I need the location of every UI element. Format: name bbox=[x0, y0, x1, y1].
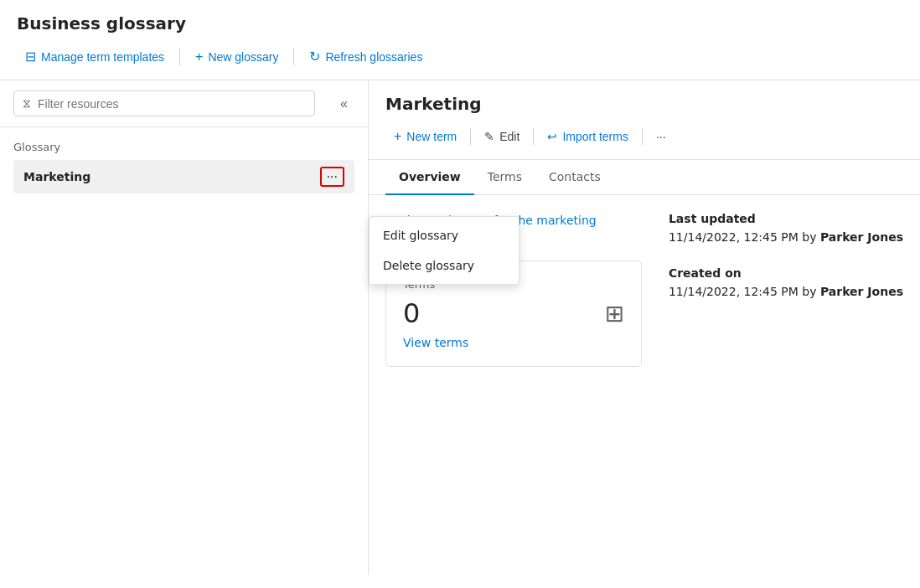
last-updated-label: Last updated bbox=[669, 212, 903, 225]
sidebar-item-marketing[interactable]: Marketing ··· bbox=[13, 160, 354, 193]
main-layout: ⧖ « Glossary Marketing ··· Edit glossary… bbox=[0, 80, 920, 575]
manage-term-templates-button[interactable]: ⊟ Manage term templates bbox=[17, 44, 173, 70]
filter-icon: ⧖ bbox=[23, 96, 31, 111]
refresh-glossaries-button[interactable]: ↻ Refresh glossaries bbox=[301, 44, 431, 70]
content-toolbar: + New term ✎ Edit ↩ Import terms bbox=[385, 124, 903, 149]
more-options-button[interactable]: ··· bbox=[648, 125, 674, 148]
sidebar: ⧖ « Glossary Marketing ··· bbox=[0, 80, 369, 575]
sidebar-item-label: Marketing bbox=[23, 170, 90, 183]
tab-contacts[interactable]: Contacts bbox=[535, 160, 614, 195]
content-divider-2 bbox=[533, 128, 534, 145]
context-menu-delete-glossary[interactable]: Delete glossary bbox=[370, 250, 519, 281]
tab-terms[interactable]: Terms bbox=[474, 160, 535, 195]
filter-input-wrap[interactable]: ⧖ bbox=[13, 90, 315, 116]
filter-bar: ⧖ « bbox=[0, 80, 368, 127]
context-menu: Edit glossary Delete glossary bbox=[369, 216, 519, 285]
meta-section: Last updated 11/14/2022, 12:45 PM by Par… bbox=[669, 212, 903, 558]
last-updated-item: Last updated 11/14/2022, 12:45 PM by Par… bbox=[669, 212, 903, 246]
content-header: Marketing + New term ✎ Edit ↩ Import ter… bbox=[369, 80, 920, 160]
new-glossary-button[interactable]: + New glossary bbox=[187, 44, 287, 70]
import-terms-button[interactable]: ↩ Import terms bbox=[539, 125, 637, 148]
sidebar-item-more-button[interactable]: ··· bbox=[320, 167, 344, 187]
terms-count: 0 bbox=[403, 297, 420, 329]
tabs: Overview Terms Contacts bbox=[369, 160, 920, 195]
toolbar-divider-2 bbox=[293, 49, 294, 65]
toolbar-divider-1 bbox=[179, 49, 180, 65]
terms-card-body: 0 ⊞ bbox=[403, 297, 624, 329]
tab-overview[interactable]: Overview bbox=[385, 160, 474, 195]
top-bar: Business glossary ⊟ Manage term template… bbox=[0, 0, 920, 80]
content-area: Marketing + New term ✎ Edit ↩ Import ter… bbox=[369, 80, 920, 575]
plus-icon-content: + bbox=[394, 129, 401, 144]
page-title: Business glossary bbox=[17, 13, 903, 34]
sliders-icon: ⊟ bbox=[25, 49, 36, 64]
sidebar-glossary-section: Glossary Marketing ··· bbox=[0, 127, 368, 207]
grid-icon: ⊞ bbox=[604, 300, 623, 328]
top-toolbar: ⊟ Manage term templates + New glossary ↻… bbox=[17, 44, 903, 70]
content-divider-1 bbox=[470, 128, 471, 145]
page-container: Business glossary ⊟ Manage term template… bbox=[0, 0, 920, 575]
new-term-button[interactable]: + New term bbox=[385, 124, 465, 149]
content-title: Marketing bbox=[385, 94, 903, 114]
plus-icon: + bbox=[195, 49, 203, 64]
filter-resources-input[interactable] bbox=[38, 97, 306, 111]
sidebar-section-label: Glossary bbox=[13, 141, 354, 153]
context-menu-edit-glossary[interactable]: Edit glossary bbox=[370, 220, 519, 250]
view-terms-link[interactable]: View terms bbox=[403, 336, 624, 349]
collapse-sidebar-button[interactable]: « bbox=[333, 93, 354, 115]
import-icon: ↩ bbox=[547, 130, 557, 143]
edit-button[interactable]: ✎ Edit bbox=[476, 125, 528, 148]
last-updated-value: 11/14/2022, 12:45 PM by Parker Jones bbox=[669, 229, 903, 246]
content-divider-3 bbox=[642, 128, 643, 145]
pencil-icon: ✎ bbox=[484, 130, 494, 143]
created-on-value: 11/14/2022, 12:45 PM by Parker Jones bbox=[669, 283, 903, 301]
created-on-item: Created on 11/14/2022, 12:45 PM by Parke… bbox=[669, 266, 903, 301]
created-on-label: Created on bbox=[669, 266, 903, 280]
refresh-icon: ↻ bbox=[309, 49, 320, 64]
